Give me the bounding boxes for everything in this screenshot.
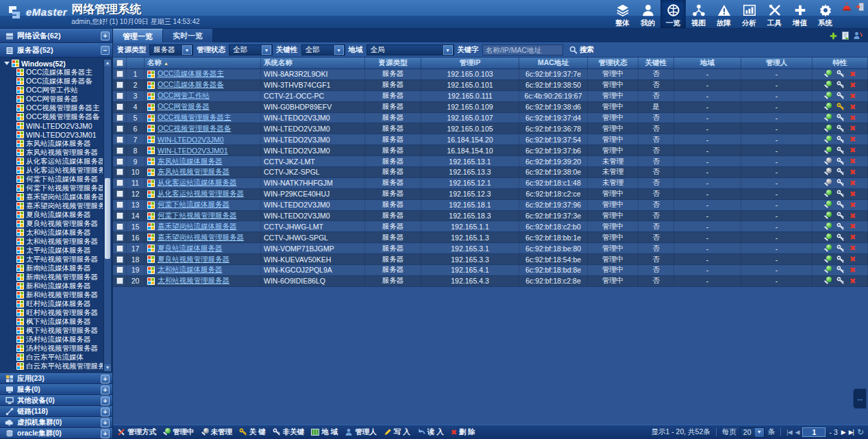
legend-item[interactable]: 非关键	[273, 427, 305, 437]
column-header-8[interactable]: 关键性	[638, 58, 674, 68]
noncritical-key-icon[interactable]	[836, 190, 845, 198]
noncritical-key-icon[interactable]	[836, 277, 845, 285]
resource-name-link[interactable]: 夏良站视频管理服务器	[158, 255, 230, 264]
noncritical-key-icon[interactable]	[836, 147, 845, 155]
tree-item[interactable]: 枫下站流媒体服务器	[4, 317, 103, 326]
tree-item[interactable]: WIN-LTEDO2V3JM0	[4, 121, 103, 130]
nav-item-faults[interactable]: 故障	[711, 0, 736, 28]
column-header-2[interactable]: 名称▲	[145, 58, 261, 68]
section-toggle-button[interactable]: +	[101, 397, 110, 405]
sidebar-section-links[interactable]: 链路(118)+	[0, 406, 112, 417]
legend-item[interactable]: 地 域	[311, 427, 338, 437]
table-row[interactable]: 16嘉禾望岗站视频管理服务器CCTV-JHWG-SPGL服务器192.165.1…	[113, 232, 868, 243]
table-row[interactable]: 4OCC网管服务器WIN-G0BHDP89EFV服务器192.165.0.109…	[113, 102, 868, 113]
delete-icon[interactable]: ✖	[850, 223, 856, 230]
legend-item[interactable]: 管理中	[163, 427, 195, 437]
last-page-button[interactable]: ▶|	[849, 429, 854, 436]
section-toggle-button[interactable]: +	[101, 32, 110, 40]
logout-icon[interactable]	[855, 2, 865, 14]
delete-icon[interactable]: ✖	[850, 190, 856, 198]
tab-realtime-overview[interactable]: 实时一览	[163, 29, 213, 42]
noncritical-key-icon[interactable]	[836, 136, 845, 144]
filter-select-resource-type[interactable]: 服务器▼	[149, 45, 193, 55]
tree-item[interactable]: 夏良站流媒体服务器	[4, 210, 103, 219]
resource-name-link[interactable]: OCC网管服务器	[158, 102, 210, 112]
column-header-7[interactable]: 管理状态	[588, 58, 638, 68]
table-row[interactable]: 11从化客运站流媒体服务器WIN-NATK7HHFGJM服务器192.165.1…	[113, 178, 868, 189]
tree-root-windows[interactable]: Windows(52)	[4, 59, 103, 68]
table-row[interactable]: 20太和站视频管理服务器WIN-6O9IDIE86LQ服务器192.165.4.…	[113, 276, 868, 287]
noncritical-key-icon[interactable]	[836, 168, 845, 176]
delete-icon[interactable]: ✖	[850, 136, 856, 143]
alarm-icon[interactable]	[842, 2, 852, 14]
sidebar-section-other-devices[interactable]: 其他设备(0)+	[0, 395, 112, 406]
table-row[interactable]: 2OCC流媒体服务器备WIN-3THVB74CGF1服务器192.165.0.1…	[113, 80, 868, 91]
delete-icon[interactable]: ✖	[850, 179, 856, 187]
resource-name-link[interactable]: 嘉禾望岗站视频管理服务器	[158, 233, 244, 242]
row-checkbox[interactable]	[116, 201, 123, 208]
table-row[interactable]: 10东风站视频管理服务器CCTV-JKZ-SPGL服务器192.165.13.3…	[113, 167, 868, 178]
column-header-6[interactable]: MAC地址	[519, 58, 588, 68]
nav-item-overview[interactable]: 一览	[660, 0, 686, 28]
tree-item[interactable]: 太平站视频管理服务器	[4, 255, 103, 264]
section-toggle-button[interactable]: −	[101, 46, 110, 55]
scroll-up-icon[interactable]: ▲	[104, 60, 111, 66]
tree-item[interactable]: OCC流媒体服务器主	[4, 68, 103, 77]
tree-item[interactable]: 旺村站流媒体服务器	[4, 299, 103, 308]
row-checkbox[interactable]	[116, 158, 123, 165]
column-header-9[interactable]: 地域	[674, 58, 741, 68]
tree-item[interactable]: 新和站流媒体服务器	[4, 281, 103, 290]
search-input[interactable]	[482, 45, 563, 55]
first-page-button[interactable]: |◀	[786, 429, 791, 436]
collapse-panel-handle[interactable]: ⇔	[853, 388, 867, 409]
delete-icon[interactable]: ✖	[850, 103, 856, 111]
row-checkbox[interactable]	[116, 223, 123, 230]
row-checkbox[interactable]	[116, 114, 123, 121]
unmanaged-pin-icon[interactable]	[824, 168, 832, 176]
resource-name-link[interactable]: OCC视频管理服务器备	[158, 124, 231, 134]
section-toggle-button[interactable]: +	[101, 375, 110, 384]
resource-name-link[interactable]: WIN-LTEDO2V3JM0	[158, 136, 224, 144]
resource-name-link[interactable]: 夏良站流媒体服务器	[158, 244, 223, 253]
tree-item[interactable]: 何棠下站流媒体服务器	[4, 175, 103, 184]
sidebar-section-services[interactable]: 服务(0)+	[0, 384, 112, 395]
managed-pin-icon[interactable]	[824, 212, 832, 220]
managed-pin-icon[interactable]	[824, 147, 832, 155]
row-checkbox[interactable]	[116, 125, 123, 132]
tree-item[interactable]: 旺村站视频管理服务器	[4, 308, 103, 317]
managed-pin-icon[interactable]	[824, 201, 832, 209]
legend-item[interactable]: 管理方式	[117, 427, 156, 437]
delete-icon[interactable]: ✖	[850, 201, 856, 209]
table-row[interactable]: 12从化客运站视频管理服务器WIN-P29KCE40HUJ服务器192.165.…	[113, 189, 868, 200]
managed-pin-icon[interactable]	[824, 125, 832, 133]
resource-name-link[interactable]: OCC视频管理服务器主	[158, 113, 231, 123]
section-toggle-button[interactable]: +	[101, 418, 110, 427]
delete-icon[interactable]: ✖	[850, 266, 856, 274]
table-row[interactable]: 17夏良站流媒体服务器WIN-VOMP71BJGMP服务器192.165.3.1…	[113, 243, 868, 254]
tree-item[interactable]: 何棠下站视频管理服务器	[4, 184, 103, 192]
sync-user-icon[interactable]	[854, 32, 863, 40]
managed-pin-icon[interactable]	[824, 244, 832, 253]
resource-name-link[interactable]: 从化客运站流媒体服务器	[158, 178, 237, 188]
resource-name-link[interactable]: 从化客运站视频管理服务器	[158, 189, 244, 199]
row-checkbox[interactable]	[116, 256, 123, 263]
table-row[interactable]: 1OCC流媒体服务器主WIN-8AR3R2L9OKI服务器192.165.0.1…	[113, 69, 868, 80]
column-header-11[interactable]: 特性	[813, 58, 868, 68]
noncritical-key-icon[interactable]	[836, 266, 845, 274]
prev-page-button[interactable]: ◀	[795, 429, 799, 436]
tree-item[interactable]: 新南站流媒体服务器	[4, 264, 103, 273]
delete-icon[interactable]: ✖	[850, 71, 856, 78]
resource-name-link[interactable]: OCC流媒体服务器备	[158, 80, 224, 90]
table-row[interactable]: 18夏良站视频管理服务器WIN-KUEVAV50KEH服务器192.165.3.…	[113, 254, 868, 265]
delete-icon[interactable]: ✖	[850, 125, 856, 132]
tree-item[interactable]: 新南站视频管理服务器	[4, 273, 103, 281]
row-checkbox[interactable]	[116, 190, 123, 197]
delete-icon[interactable]: ✖	[850, 277, 856, 285]
sidebar-section-vm-clusters[interactable]: 虚拟机集群(0)+	[0, 417, 112, 428]
managed-pin-icon[interactable]	[824, 255, 832, 264]
noncritical-key-icon[interactable]	[836, 179, 845, 187]
delete-icon[interactable]: ✖	[850, 244, 856, 252]
row-checkbox[interactable]	[116, 81, 123, 88]
row-checkbox[interactable]	[116, 245, 123, 252]
tree-item[interactable]: 汤村站视频管理服务器	[4, 344, 103, 353]
